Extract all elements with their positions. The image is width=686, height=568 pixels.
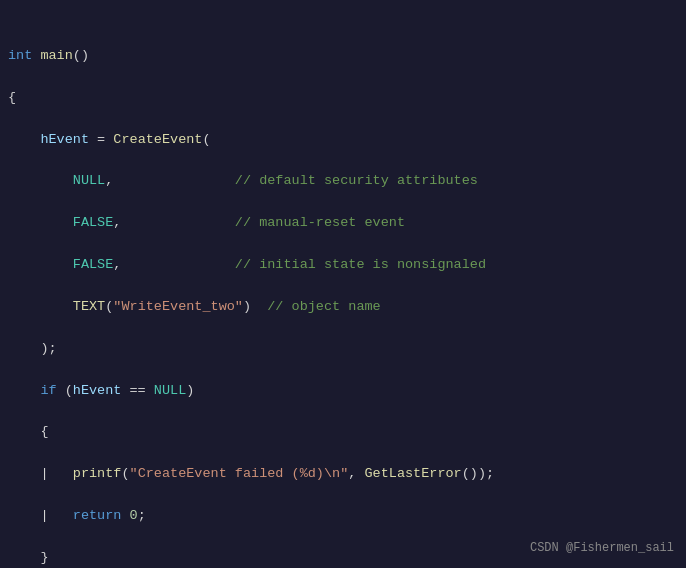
line-7: TEXT("WriteEvent_two") // object name <box>8 297 678 318</box>
line-10: { <box>8 422 678 443</box>
code-container: int main() { hEvent = CreateEvent( NULL,… <box>0 0 686 568</box>
code-block: int main() { hEvent = CreateEvent( NULL,… <box>8 4 678 568</box>
line-5: FALSE, // manual-reset event <box>8 213 678 234</box>
line-6: FALSE, // initial state is nonsignaled <box>8 255 678 276</box>
line-2: { <box>8 88 678 109</box>
watermark: CSDN @Fishermen_sail <box>530 539 674 558</box>
line-3: hEvent = CreateEvent( <box>8 130 678 151</box>
line-11: | printf("CreateEvent failed (%d)\n", Ge… <box>8 464 678 485</box>
line-12: | return 0; <box>8 506 678 527</box>
line-4: NULL, // default security attributes <box>8 171 678 192</box>
line-1: int main() <box>8 46 678 67</box>
line-9: if (hEvent == NULL) <box>8 381 678 402</box>
line-8: ); <box>8 339 678 360</box>
